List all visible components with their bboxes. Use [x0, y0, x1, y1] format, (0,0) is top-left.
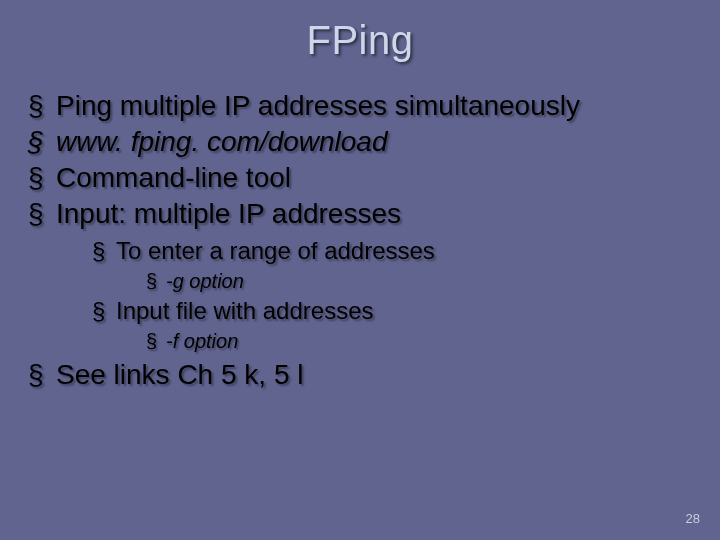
bullet-input: Input: multiple IP addresses To enter a …: [28, 197, 720, 357]
bullet-see-links: See links Ch 5 k, 5 l: [28, 358, 720, 394]
sub-sub-list-range: -g option: [116, 268, 720, 294]
sub-range-label: To enter a range of addresses: [116, 237, 435, 264]
sub-file: Input file with addresses -f option: [92, 296, 720, 354]
sub-list-input: To enter a range of addresses -g option …: [56, 236, 720, 354]
bullet-command-line: Command-line tool: [28, 161, 720, 197]
option-g: -g option: [146, 268, 720, 294]
option-f: -f option: [146, 328, 720, 354]
bullet-list: Ping multiple IP addresses simultaneousl…: [0, 89, 720, 394]
sub-file-label: Input file with addresses: [116, 297, 373, 324]
page-number: 28: [686, 511, 700, 526]
sub-sub-list-file: -f option: [116, 328, 720, 354]
bullet-download-url: www. fping. com/download: [28, 125, 720, 161]
bullet-ping-multiple: Ping multiple IP addresses simultaneousl…: [28, 89, 720, 125]
sub-range: To enter a range of addresses -g option: [92, 236, 720, 294]
slide-title: FPing: [0, 0, 720, 63]
slide: FPing Ping multiple IP addresses simulta…: [0, 0, 720, 540]
bullet-input-label: Input: multiple IP addresses: [56, 198, 401, 229]
